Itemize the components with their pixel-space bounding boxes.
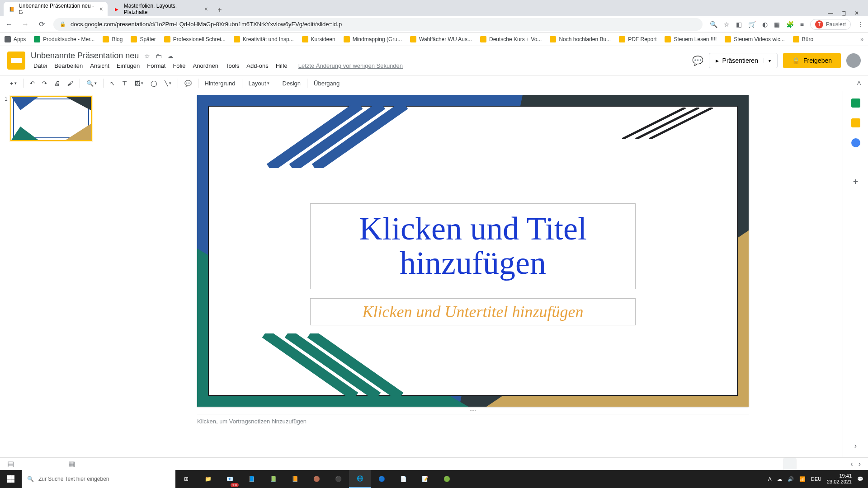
- menu-icon[interactable]: ⋮: [857, 21, 863, 28]
- app-icon[interactable]: 📄: [392, 470, 414, 488]
- hide-panel-icon[interactable]: ›: [854, 442, 857, 450]
- clock[interactable]: 19:41 23.02.2021: [827, 473, 852, 485]
- bookmarks-overflow[interactable]: »: [860, 36, 863, 42]
- extension-icon[interactable]: ▦: [774, 21, 780, 28]
- redo-button[interactable]: ↷: [39, 78, 50, 89]
- transition-button[interactable]: Übergang: [311, 78, 342, 89]
- last-change-text[interactable]: Letzte Änderung vor wenigen Sekunden: [296, 61, 406, 70]
- network-icon[interactable]: 📶: [799, 476, 806, 482]
- forward-button[interactable]: →: [21, 20, 30, 28]
- slide-thumbnail[interactable]: [10, 96, 92, 141]
- app-icon[interactable]: 🟤: [306, 470, 327, 488]
- new-slide-button[interactable]: +▾: [7, 78, 19, 89]
- star-icon[interactable]: ☆: [144, 52, 150, 60]
- filmstrip-view-icon[interactable]: ▤: [7, 460, 14, 468]
- bookmark-item[interactable]: Steuern Videos wic...: [725, 36, 785, 42]
- spotify-icon[interactable]: 🟢: [436, 470, 458, 488]
- slides-logo-icon[interactable]: [7, 52, 25, 70]
- menu-anordnen[interactable]: Anordnen: [190, 61, 221, 70]
- chevron-down-icon[interactable]: ▾: [764, 58, 771, 63]
- title-placeholder[interactable]: Klicken und Titel hinzufügen: [310, 203, 636, 289]
- layout-button[interactable]: Layout▾: [246, 78, 272, 89]
- bookmark-item[interactable]: Wahlfächer WU Aus...: [410, 36, 472, 42]
- textbox-tool[interactable]: ⊤: [119, 78, 130, 89]
- browser-tab[interactable]: ▶ Masterfolien, Layouts, Platzhalte ×: [108, 2, 212, 16]
- bookmark-item[interactable]: PDF Report: [619, 36, 656, 42]
- new-tab-button[interactable]: +: [213, 4, 226, 16]
- menu-datei[interactable]: Datei: [31, 61, 50, 70]
- prev-slide-icon[interactable]: ‹: [850, 460, 853, 468]
- bookmark-item[interactable]: Steuern Lesen !!!!: [665, 36, 717, 42]
- reload-button[interactable]: ⟳: [37, 20, 46, 28]
- volume-icon[interactable]: 🔊: [788, 476, 794, 482]
- collapse-toolbar-icon[interactable]: ᐱ: [857, 80, 861, 86]
- maximize-icon[interactable]: ▢: [841, 10, 846, 16]
- add-addon-icon[interactable]: +: [853, 177, 859, 187]
- notes-resize-handle[interactable]: [466, 408, 480, 412]
- onedrive-icon[interactable]: ☁: [777, 476, 782, 482]
- notifications-icon[interactable]: 💬: [857, 476, 863, 482]
- bookmark-item[interactable]: Noch hochladen Bu...: [550, 36, 611, 42]
- cloud-icon[interactable]: ☁: [167, 52, 174, 60]
- bookmark-item[interactable]: Deutsche Kurs + Vo...: [480, 36, 542, 42]
- menu-format[interactable]: Format: [144, 61, 168, 70]
- print-button[interactable]: 🖨: [52, 78, 63, 89]
- next-slide-icon[interactable]: ›: [859, 460, 861, 468]
- speaker-notes[interactable]: Klicken, um Vortragsnotizen hinzuzufügen: [197, 414, 749, 457]
- bookmark-item[interactable]: Später: [131, 36, 156, 42]
- profile-paused-pill[interactable]: T Pausiert: [810, 19, 851, 30]
- extension-icon[interactable]: 🛒: [748, 21, 756, 28]
- bookmark-item[interactable]: Büro: [793, 36, 813, 42]
- star-icon[interactable]: ☆: [724, 21, 730, 28]
- undo-button[interactable]: ↶: [27, 78, 38, 89]
- paint-format-button[interactable]: 🖌: [65, 78, 76, 89]
- chrome-icon[interactable]: 🌐: [349, 470, 371, 488]
- tasks-icon[interactable]: [851, 138, 860, 147]
- start-button[interactable]: [0, 470, 22, 488]
- back-button[interactable]: ←: [5, 20, 14, 28]
- present-button[interactable]: ▸ Präsentieren ▾: [709, 53, 778, 68]
- keep-icon[interactable]: [851, 118, 860, 127]
- comment-button[interactable]: 💬: [182, 78, 194, 89]
- reading-list-icon[interactable]: ≡: [800, 21, 804, 28]
- move-icon[interactable]: 🗀: [156, 52, 162, 60]
- grid-view-icon[interactable]: ▦: [68, 460, 75, 468]
- comments-icon[interactable]: 💬: [692, 55, 703, 66]
- explore-button[interactable]: [783, 458, 796, 470]
- url-input[interactable]: 🔒 docs.google.com/presentation/d/1o2Pm-L…: [53, 18, 703, 31]
- zoom-button[interactable]: 🔍▾: [84, 78, 99, 89]
- profile-avatar[interactable]: [846, 53, 861, 68]
- menu-addons[interactable]: Add-ons: [244, 61, 271, 70]
- mail-icon[interactable]: 📧99+: [219, 470, 241, 488]
- bookmark-item[interactable]: Professionell Schrei...: [164, 36, 226, 42]
- bookmark-item[interactable]: Produktsuche - Mer...: [34, 36, 94, 42]
- extension-icon[interactable]: ◐: [762, 21, 768, 28]
- calendar-icon[interactable]: [851, 99, 860, 108]
- menu-tools[interactable]: Tools: [223, 61, 242, 70]
- menu-bearbeiten[interactable]: Bearbeiten: [52, 61, 85, 70]
- edge-icon[interactable]: 🔵: [371, 470, 392, 488]
- zoom-icon[interactable]: 🔍: [710, 21, 717, 28]
- notepad-icon[interactable]: 📝: [414, 470, 436, 488]
- share-button[interactable]: 🔒 Freigeben: [783, 53, 841, 68]
- menu-folie[interactable]: Folie: [170, 61, 188, 70]
- bookmark-item[interactable]: Kreativität und Insp...: [234, 36, 294, 42]
- obs-icon[interactable]: ⚫: [327, 470, 349, 488]
- line-tool[interactable]: ╲▾: [162, 78, 174, 89]
- extension-icon[interactable]: ◧: [736, 21, 742, 28]
- close-icon[interactable]: ×: [204, 5, 208, 13]
- slide-canvas[interactable]: Klicken und Titel hinzufügen Klicken und…: [197, 95, 749, 407]
- image-tool[interactable]: 🖼▾: [132, 78, 146, 89]
- apps-button[interactable]: Apps: [5, 36, 26, 42]
- excel-icon[interactable]: 📗: [262, 470, 284, 488]
- extensions-icon[interactable]: 🧩: [786, 21, 794, 28]
- background-button[interactable]: Hintergrund: [202, 78, 238, 89]
- tray-chevron-icon[interactable]: ᐱ: [768, 476, 772, 482]
- close-icon[interactable]: ✕: [854, 10, 859, 16]
- shape-tool[interactable]: ◯: [148, 78, 160, 89]
- bookmark-item[interactable]: Mindmapping (Gru...: [344, 36, 402, 42]
- close-icon[interactable]: ×: [99, 5, 103, 13]
- bookmark-item[interactable]: Kursideen: [302, 36, 335, 42]
- select-tool[interactable]: ↖: [107, 78, 118, 89]
- powerpoint-icon[interactable]: 📙: [284, 470, 306, 488]
